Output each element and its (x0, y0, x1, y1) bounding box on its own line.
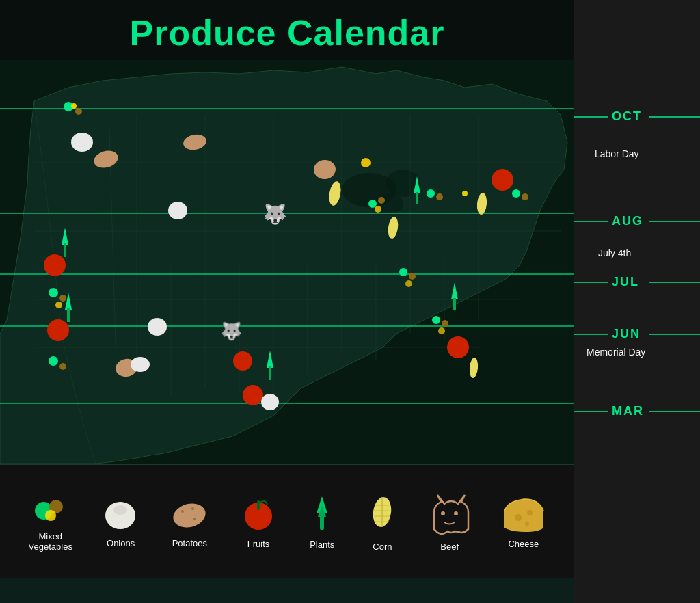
svg-point-55 (492, 169, 513, 191)
svg-point-54 (436, 193, 443, 200)
page-title: Produce Calendar (0, 12, 574, 53)
beef-label: Beef (440, 541, 459, 552)
svg-point-34 (47, 319, 69, 341)
main-content: Produce Calendar (0, 0, 574, 603)
svg-point-88 (193, 518, 196, 520)
svg-point-41 (168, 202, 187, 219)
svg-point-67 (447, 336, 469, 358)
legend-item-cheese: Cheese (501, 494, 546, 549)
legend-area: MixedVegetables Onions Potatoes (0, 464, 574, 578)
svg-text:🐺: 🐺 (221, 321, 243, 342)
onion-label: Onions (107, 538, 135, 548)
svg-text:July 4th: July 4th (598, 247, 631, 258)
legend-item-onions: Onions (102, 495, 139, 548)
svg-point-82 (45, 510, 56, 521)
svg-text:Labor Day: Labor Day (595, 148, 639, 159)
sidebar: OCT Labor Day AUG July 4th JUL JUN Memor… (574, 0, 700, 603)
svg-point-101 (454, 511, 458, 515)
svg-point-87 (191, 507, 194, 510)
svg-point-57 (522, 193, 528, 200)
svg-point-52 (361, 158, 371, 168)
svg-point-74 (233, 351, 252, 371)
svg-rect-63 (453, 298, 456, 310)
svg-text:JUN: JUN (612, 327, 641, 340)
svg-rect-90 (257, 500, 260, 510)
svg-text:JUL: JUL (612, 275, 639, 289)
corn-label: Corn (373, 541, 392, 552)
svg-point-64 (432, 316, 440, 324)
svg-point-47 (378, 197, 385, 204)
svg-point-39 (148, 318, 167, 336)
svg-point-78 (71, 103, 77, 109)
potato-label: Potatoes (172, 538, 207, 548)
svg-point-86 (181, 510, 184, 513)
svg-rect-36 (67, 308, 70, 322)
svg-point-79 (462, 191, 468, 196)
onion-icon (102, 495, 139, 533)
svg-point-104 (525, 522, 529, 526)
mixed-vegetables-icon (30, 492, 71, 526)
svg-point-100 (441, 511, 445, 515)
svg-point-33 (55, 302, 62, 308)
svg-point-32 (59, 295, 66, 302)
mixed-vegetables-label: MixedVegetables (29, 531, 72, 552)
svg-rect-105 (574, 0, 700, 603)
svg-point-72 (243, 385, 263, 405)
cheese-label: Cheese (508, 539, 539, 549)
title-area: Produce Calendar (0, 0, 574, 60)
sidebar-timeline-svg: OCT Labor Day AUG July 4th JUL JUN Memor… (574, 0, 700, 603)
legend-item-beef: Beef (427, 492, 472, 552)
svg-rect-71 (269, 366, 271, 380)
svg-point-60 (409, 273, 416, 280)
svg-point-56 (512, 189, 520, 198)
svg-point-46 (368, 200, 377, 208)
legend-item-plants: Plants (307, 493, 338, 550)
plant-label: Plants (310, 539, 334, 550)
svg-rect-30 (64, 243, 66, 257)
svg-text:MAR: MAR (612, 404, 644, 418)
beef-icon (427, 492, 472, 536)
svg-point-102 (515, 514, 522, 521)
svg-point-65 (442, 320, 448, 327)
cheese-icon (501, 494, 546, 533)
svg-point-26 (71, 133, 93, 152)
svg-point-103 (527, 510, 533, 515)
svg-text:AUG: AUG (612, 214, 643, 228)
svg-rect-51 (416, 192, 418, 204)
map-area: 🐺 (0, 60, 574, 464)
potato-icon (169, 495, 210, 533)
svg-point-61 (405, 280, 412, 287)
legend-item-corn: Corn (367, 492, 398, 552)
fruit-label: Fruits (247, 539, 270, 549)
svg-text:OCT: OCT (612, 109, 642, 123)
svg-point-48 (375, 206, 381, 213)
svg-point-73 (261, 394, 279, 410)
svg-point-84 (113, 505, 127, 515)
svg-point-77 (131, 357, 150, 372)
map-svg: 🐺 (0, 60, 574, 464)
svg-point-31 (49, 288, 58, 297)
svg-point-66 (438, 327, 445, 334)
svg-point-28 (44, 254, 66, 276)
legend-item-mixed-vegetables: MixedVegetables (29, 492, 72, 552)
svg-point-85 (171, 500, 208, 531)
svg-point-25 (75, 108, 82, 115)
legend-item-fruits: Fruits (240, 494, 278, 549)
plant-icon (307, 493, 338, 534)
svg-point-37 (49, 356, 58, 366)
legend-item-potatoes: Potatoes (169, 495, 210, 548)
svg-point-53 (427, 189, 435, 198)
svg-point-59 (399, 268, 407, 276)
svg-text:🐺: 🐺 (263, 203, 287, 226)
corn-icon (367, 492, 398, 536)
fruit-icon (240, 494, 278, 533)
svg-rect-93 (320, 515, 324, 530)
svg-point-38 (59, 363, 66, 370)
svg-text:Memorial Day: Memorial Day (587, 347, 645, 358)
